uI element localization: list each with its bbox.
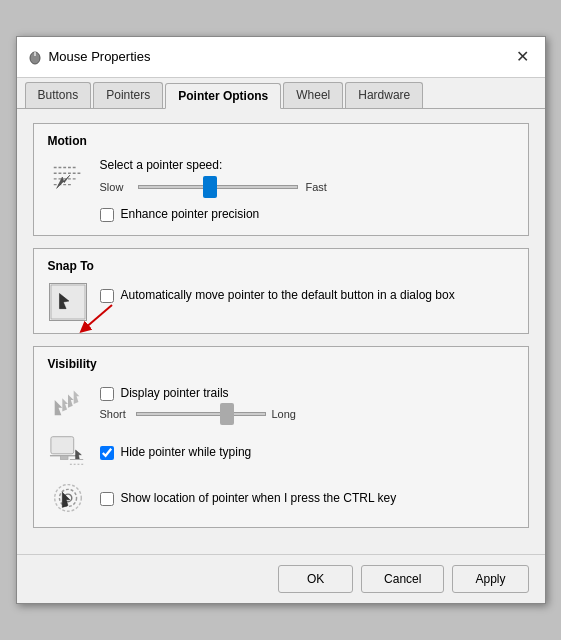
motion-icon-container <box>48 158 88 196</box>
snapto-row: Automatically move pointer to the defaul… <box>48 283 514 321</box>
window-title: Mouse Properties <box>49 49 151 64</box>
speed-slider[interactable] <box>138 178 298 196</box>
hide-pointer-checkbox[interactable] <box>100 446 114 460</box>
tab-hardware[interactable]: Hardware <box>345 82 423 108</box>
snapto-icon-container <box>48 283 88 321</box>
svg-marker-16 <box>75 450 81 460</box>
tab-bar: Buttons Pointers Pointer Options Wheel H… <box>17 78 545 109</box>
motion-icon <box>49 158 87 196</box>
hide-icon-container <box>48 431 88 469</box>
content-area: Motion <box>17 109 545 555</box>
svg-marker-6 <box>56 175 69 188</box>
svg-rect-15 <box>60 456 68 460</box>
hide-pointer-label: Hide pointer while typing <box>121 444 252 461</box>
trails-row: Display pointer trails Short Long <box>48 381 514 424</box>
svg-marker-11 <box>68 394 74 407</box>
ctrl-location-checkbox[interactable] <box>100 492 114 506</box>
trails-slider-thumb[interactable] <box>220 403 234 425</box>
snapto-label: Automatically move pointer to the defaul… <box>121 287 455 304</box>
mouse-properties-window: Mouse Properties ✕ Buttons Pointers Poin… <box>16 36 546 605</box>
trails-sub: Display pointer trails Short Long <box>100 381 514 424</box>
enhance-precision-checkbox[interactable] <box>100 208 114 222</box>
snapto-section: Snap To <box>33 248 529 334</box>
svg-rect-13 <box>50 437 73 454</box>
speed-slider-thumb[interactable] <box>203 176 217 198</box>
speed-slider-container: Slow Fast <box>100 178 514 196</box>
fast-label: Fast <box>306 181 336 193</box>
tab-pointer-options[interactable]: Pointer Options <box>165 83 281 109</box>
snapto-title: Snap To <box>48 259 514 273</box>
snapto-icon <box>49 283 87 321</box>
motion-body: Select a pointer speed: Slow Fast <box>100 158 514 223</box>
title-bar-left: Mouse Properties <box>27 49 151 65</box>
snapto-checkbox[interactable] <box>100 289 114 303</box>
cancel-button[interactable]: Cancel <box>361 565 444 593</box>
trails-slider-container: Short Long <box>100 405 514 423</box>
snapto-svg <box>50 283 86 321</box>
svg-marker-9 <box>54 400 62 415</box>
ctrl-icon-container <box>48 477 88 515</box>
hide-checkbox-row: Hide pointer while typing <box>100 444 514 461</box>
motion-section: Motion <box>33 123 529 236</box>
enhance-precision-label: Enhance pointer precision <box>121 206 260 223</box>
tab-buttons[interactable]: Buttons <box>25 82 92 108</box>
short-label: Short <box>100 408 130 420</box>
motion-title: Motion <box>48 134 514 148</box>
ctrl-sub: Show location of pointer when I press th… <box>100 486 514 507</box>
snapto-checkbox-row: Automatically move pointer to the defaul… <box>100 287 514 304</box>
trails-icon <box>49 383 87 421</box>
tab-pointers[interactable]: Pointers <box>93 82 163 108</box>
svg-rect-7 <box>50 284 84 318</box>
ctrl-icon <box>49 477 87 515</box>
slow-label: Slow <box>100 181 130 193</box>
snapto-body: Automatically move pointer to the defaul… <box>100 283 514 304</box>
footer: OK Cancel Apply <box>17 554 545 603</box>
ctrl-location-row: Show location of pointer when I press th… <box>48 477 514 515</box>
trails-checkbox[interactable] <box>100 387 114 401</box>
speed-label: Select a pointer speed: <box>100 158 514 172</box>
svg-marker-12 <box>73 390 79 403</box>
ok-button[interactable]: OK <box>278 565 353 593</box>
apply-button[interactable]: Apply <box>452 565 528 593</box>
close-button[interactable]: ✕ <box>511 45 535 69</box>
svg-marker-10 <box>62 398 68 411</box>
trails-slider-bg <box>136 412 266 416</box>
trails-checkbox-row: Display pointer trails <box>100 385 514 402</box>
hide-icon <box>49 431 87 469</box>
hide-sub: Hide pointer while typing <box>100 440 514 461</box>
motion-row: Select a pointer speed: Slow Fast <box>48 158 514 223</box>
long-label: Long <box>272 408 302 420</box>
ctrl-checkbox-row: Show location of pointer when I press th… <box>100 490 514 507</box>
trails-label: Display pointer trails <box>121 385 229 402</box>
visibility-section: Visibility <box>33 346 529 529</box>
window-body: Motion <box>17 109 545 555</box>
visibility-title: Visibility <box>48 357 514 371</box>
enhance-precision-row: Enhance pointer precision <box>100 206 514 223</box>
speed-slider-bg <box>138 185 298 189</box>
tab-wheel[interactable]: Wheel <box>283 82 343 108</box>
ctrl-location-label: Show location of pointer when I press th… <box>121 490 397 507</box>
title-bar: Mouse Properties ✕ <box>17 37 545 78</box>
trails-icon-container <box>48 383 88 421</box>
trails-slider[interactable] <box>136 405 266 423</box>
hide-pointer-row: Hide pointer while typing <box>48 431 514 469</box>
window-icon <box>27 49 43 65</box>
